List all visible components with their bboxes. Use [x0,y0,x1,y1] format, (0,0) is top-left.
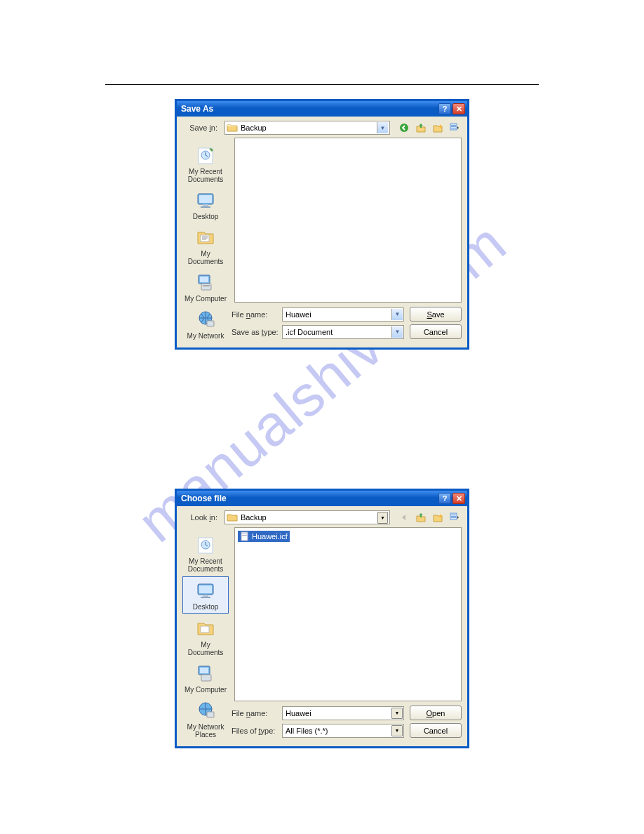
back-icon[interactable] [397,511,411,524]
svg-rect-35 [242,534,247,534]
chevron-down-icon: ▼ [391,725,403,736]
sidebar-label: Desktop [193,603,219,611]
sidebar-recent[interactable]: My Recent Documents [182,142,229,185]
up-icon[interactable] [414,121,428,135]
sidebar-documents[interactable]: My Documents [182,224,229,267]
svg-rect-31 [201,675,211,681]
svg-rect-30 [200,668,208,673]
sidebar-computer[interactable]: My Computer [182,660,229,696]
svg-rect-9 [203,204,208,206]
chevron-down-icon: ▼ [391,309,403,320]
svg-rect-8 [199,195,212,203]
toolbar-icons [397,511,462,524]
filename-input[interactable]: Huawei▼ [282,307,404,322]
cancel-button[interactable]: Cancel [410,723,462,738]
svg-rect-14 [201,284,211,290]
svg-rect-21 [451,517,456,518]
sidebar-computer[interactable]: My Computer [182,269,229,305]
file-icon [240,531,250,541]
file-list-area[interactable]: Huawei.icf [234,527,462,701]
sidebar-network[interactable]: My Network Places [182,697,229,741]
svg-rect-4 [451,128,456,128]
savetype-dropdown[interactable]: .icf Document▼ [282,325,404,339]
places-sidebar: My Recent Documents Desktop My Documents… [182,138,229,342]
location-row: Look in: Backup ▼ [177,506,467,527]
file-item-selected[interactable]: Huawei.icf [238,531,290,542]
chevron-down-icon: ▼ [391,708,403,719]
chevron-down-icon: ▼ [377,512,388,524]
sidebar-label: My Recent Documents [182,557,229,573]
svg-rect-34 [241,532,248,541]
sidebar-label: My Computer [185,295,227,303]
save-as-dialog: Save As ? ✕ Save in: Backup ▼ My Recent … [175,99,469,350]
sidebar-network[interactable]: My Network [182,306,229,342]
save-button[interactable]: Save [410,307,462,322]
svg-rect-33 [207,712,214,717]
places-sidebar: My Recent Documents Desktop My Documents… [182,527,229,741]
titlebar: Save As ? ✕ [177,101,467,117]
filestype-label: Files of type: [232,727,282,735]
sidebar-desktop[interactable]: Desktop [182,187,229,223]
cancel-button[interactable]: Cancel [410,324,462,339]
location-value: Backup [241,513,377,522]
toolbar-icons [397,121,462,135]
location-row: Save in: Backup ▼ [177,117,467,138]
sidebar-label: My Documents [182,250,229,265]
sidebar-label: Desktop [193,213,219,220]
dialog-title: Choose file [181,494,227,503]
file-list-area[interactable] [234,138,462,303]
filename-label: File name: [232,709,282,717]
filename-input[interactable]: Huawei▼ [282,706,404,720]
chevron-down-icon: ▼ [391,326,403,338]
sidebar-label: My Network Places [182,723,229,739]
location-label: Save in: [182,124,222,132]
svg-rect-17 [207,321,214,326]
dialog-title: Save As [181,104,213,114]
svg-point-0 [400,124,408,132]
svg-rect-36 [242,535,247,536]
help-button[interactable]: ? [438,493,451,504]
svg-rect-28 [201,626,209,633]
svg-rect-10 [201,206,210,208]
titlebar: Choose file ? ✕ [177,491,467,506]
svg-rect-26 [203,595,208,597]
new-folder-icon[interactable] [431,121,445,135]
help-button[interactable]: ? [438,103,451,114]
svg-rect-25 [199,585,212,593]
filename-label: File name: [232,310,282,319]
close-button[interactable]: ✕ [452,493,465,504]
view-menu-icon[interactable] [448,511,462,524]
savetype-label: Save as type: [232,328,282,336]
svg-rect-19 [451,515,456,515]
folder-icon [227,512,238,522]
new-folder-icon[interactable] [431,511,445,524]
svg-rect-27 [201,597,210,598]
close-button[interactable]: ✕ [452,103,465,114]
sidebar-desktop[interactable]: Desktop [182,576,229,614]
sidebar-recent[interactable]: My Recent Documents [182,531,229,575]
sidebar-label: My Network [187,332,224,340]
svg-rect-2 [451,125,456,126]
file-item-label: Huawei.icf [252,532,288,541]
sidebar-label: My Recent Documents [182,168,229,183]
filestype-dropdown[interactable]: All Files (*.*)▼ [282,724,404,738]
location-value: Backup [241,124,377,132]
svg-rect-13 [200,277,208,282]
sidebar-label: My Computer [185,686,227,694]
svg-rect-15 [203,285,210,286]
back-icon[interactable] [397,121,411,135]
location-dropdown[interactable]: Backup ▼ [224,121,390,135]
chevron-down-icon: ▼ [377,122,388,133]
sidebar-label: My Documents [182,641,229,656]
svg-rect-20 [451,516,456,517]
horizontal-rule [105,84,539,85]
folder-icon [227,123,238,133]
svg-rect-3 [451,126,456,127]
location-dropdown[interactable]: Backup ▼ [224,510,390,524]
up-icon[interactable] [414,511,428,524]
choose-file-dialog: Choose file ? ✕ Look in: Backup ▼ My Rec… [175,489,469,748]
view-menu-icon[interactable] [448,121,462,135]
sidebar-documents[interactable]: My Documents [182,615,229,658]
open-button[interactable]: Open [410,706,462,720]
location-label: Look in: [182,513,222,522]
